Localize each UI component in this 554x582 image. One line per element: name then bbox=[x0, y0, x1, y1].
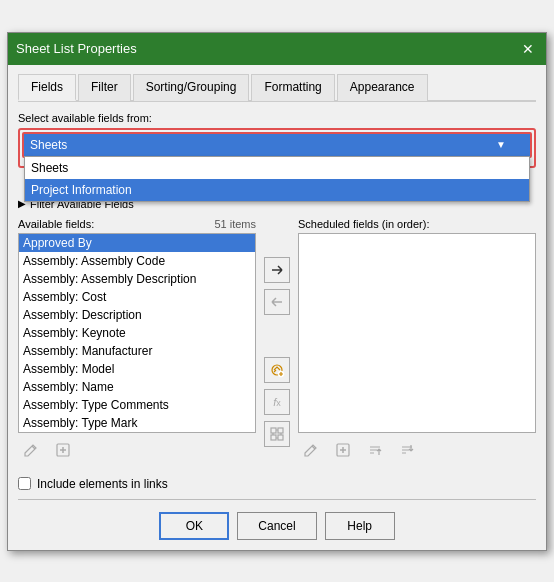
svg-rect-3 bbox=[271, 428, 276, 433]
right-bottom-icons bbox=[298, 437, 536, 463]
left-panel: Available fields: 51 items Approved By A… bbox=[18, 218, 256, 469]
dialog-window: Sheet List Properties ✕ Fields Filter So… bbox=[7, 32, 547, 551]
tab-fields[interactable]: Fields bbox=[18, 74, 76, 101]
dialog-content: Fields Filter Sorting/Grouping Formattin… bbox=[8, 65, 546, 550]
svg-rect-5 bbox=[271, 435, 276, 440]
field-item-assembly-type-comments[interactable]: Assembly: Type Comments bbox=[19, 396, 255, 414]
dropdown-container: Sheets ▼ Sheets Project Information bbox=[22, 132, 532, 158]
field-item-assembly-description[interactable]: Assembly: Assembly Description bbox=[19, 270, 255, 288]
dropdown-option-sheets[interactable]: Sheets bbox=[25, 157, 529, 179]
right-new-button[interactable] bbox=[330, 437, 356, 463]
left-bottom-icons bbox=[18, 437, 256, 463]
dropdown-option-project-info[interactable]: Project Information bbox=[25, 179, 529, 201]
tab-filter[interactable]: Filter bbox=[78, 74, 131, 101]
include-links-label: Include elements in links bbox=[37, 477, 168, 491]
formula-button[interactable]: fx bbox=[264, 389, 290, 415]
field-item-assembly-cost[interactable]: Assembly: Cost bbox=[19, 288, 255, 306]
scheduled-fields-list[interactable] bbox=[298, 233, 536, 433]
field-item-assembly-code[interactable]: Assembly: Assembly Code bbox=[19, 252, 255, 270]
new-field-button[interactable] bbox=[50, 437, 76, 463]
cancel-button[interactable]: Cancel bbox=[237, 512, 316, 540]
scheduled-fields-label: Scheduled fields (in order): bbox=[298, 218, 536, 230]
fields-header: Available fields: 51 items bbox=[18, 218, 256, 230]
field-item-assembly-url[interactable]: Assembly: URL bbox=[19, 432, 255, 433]
tab-sorting-grouping[interactable]: Sorting/Grouping bbox=[133, 74, 250, 101]
edit-field-button[interactable] bbox=[18, 437, 44, 463]
new-parameter-button[interactable] bbox=[264, 357, 290, 383]
sort-asc-button[interactable] bbox=[362, 437, 388, 463]
right-edit-button[interactable] bbox=[298, 437, 324, 463]
sort-desc-button[interactable] bbox=[394, 437, 420, 463]
select-fields-label: Select available fields from: bbox=[18, 112, 536, 124]
svg-rect-6 bbox=[278, 435, 283, 440]
fields-count: 51 items bbox=[214, 218, 256, 230]
merge-button[interactable] bbox=[264, 421, 290, 447]
action-buttons: OK Cancel Help bbox=[18, 508, 536, 540]
help-button[interactable]: Help bbox=[325, 512, 395, 540]
title-bar: Sheet List Properties ✕ bbox=[8, 33, 546, 65]
field-item-assembly-keynote[interactable]: Assembly: Keynote bbox=[19, 324, 255, 342]
tab-appearance[interactable]: Appearance bbox=[337, 74, 428, 101]
dialog-title: Sheet List Properties bbox=[16, 41, 137, 56]
add-field-button[interactable] bbox=[264, 257, 290, 283]
field-item-assembly-model[interactable]: Assembly: Model bbox=[19, 360, 255, 378]
field-item-approved-by[interactable]: Approved By bbox=[19, 234, 255, 252]
dropdown-list: Sheets Project Information bbox=[24, 156, 530, 202]
checkbox-row: Include elements in links bbox=[18, 477, 536, 491]
remove-field-button[interactable] bbox=[264, 289, 290, 315]
middle-buttons: fx bbox=[264, 218, 290, 469]
svg-rect-4 bbox=[278, 428, 283, 433]
fields-label: Available fields: bbox=[18, 218, 94, 230]
close-button[interactable]: ✕ bbox=[518, 39, 538, 59]
chevron-down-icon: ▼ bbox=[496, 139, 506, 150]
ok-button[interactable]: OK bbox=[159, 512, 229, 540]
tab-bar: Fields Filter Sorting/Grouping Formattin… bbox=[18, 73, 536, 102]
right-panel: Scheduled fields (in order): bbox=[298, 218, 536, 469]
divider bbox=[18, 499, 536, 500]
dropdown-outline: Sheets ▼ Sheets Project Information bbox=[18, 128, 536, 168]
fields-list[interactable]: Approved By Assembly: Assembly Code Asse… bbox=[18, 233, 256, 433]
field-item-assembly-name[interactable]: Assembly: Name bbox=[19, 378, 255, 396]
tab-formatting[interactable]: Formatting bbox=[251, 74, 334, 101]
field-item-assembly-type-mark[interactable]: Assembly: Type Mark bbox=[19, 414, 255, 432]
dropdown-selected-text: Sheets bbox=[30, 138, 67, 152]
field-item-assembly-manufacturer[interactable]: Assembly: Manufacturer bbox=[19, 342, 255, 360]
include-links-checkbox[interactable] bbox=[18, 477, 31, 490]
field-item-assembly-desc2[interactable]: Assembly: Description bbox=[19, 306, 255, 324]
main-area: Available fields: 51 items Approved By A… bbox=[18, 218, 536, 469]
dropdown-selected[interactable]: Sheets ▼ bbox=[24, 134, 530, 156]
dropdown-open: Sheets ▼ Sheets Project Information bbox=[22, 132, 532, 158]
